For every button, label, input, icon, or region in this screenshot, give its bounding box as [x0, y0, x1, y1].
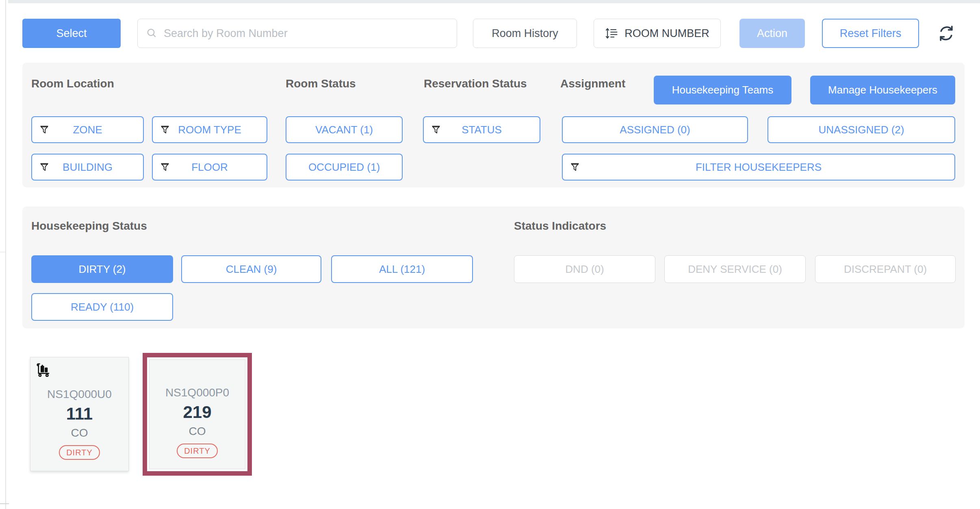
funnel-icon [569, 161, 581, 173]
assigned-filter-label: ASSIGNED (0) [620, 124, 690, 136]
funnel-icon [159, 161, 171, 173]
room-id: NS1Q000P0 [165, 387, 229, 399]
refresh-icon [937, 24, 956, 43]
bottom-frame-tick [0, 503, 9, 504]
assignment-title: Assignment [560, 78, 625, 89]
room-history-button[interactable]: Room History [473, 19, 577, 48]
status-indicators-title: Status Indicators [514, 220, 606, 232]
funnel-icon [430, 124, 442, 135]
room-number: 219 [183, 403, 211, 421]
unassigned-filter-button[interactable]: UNASSIGNED (2) [768, 116, 955, 143]
reservation-status-filter-button[interactable]: STATUS [423, 116, 540, 143]
reservation-code: CO [71, 427, 88, 439]
status-panel: Housekeeping Status Status Indicators DI… [22, 207, 965, 328]
funnel-icon [159, 124, 171, 135]
ready-filter-button[interactable]: READY (110) [31, 293, 173, 321]
housekeeping-status-title: Housekeeping Status [31, 220, 147, 232]
left-frame-line [5, 0, 6, 509]
room-card-219-inner: NS1Q000P0 219 CO DIRTY [149, 359, 245, 469]
filters-panel: Room Location Room Status Reservation St… [22, 63, 965, 187]
occupied-filter-label: OCCUPIED (1) [308, 161, 380, 174]
zone-filter-label: ZONE [73, 124, 102, 136]
vacant-filter-label: VACANT (1) [315, 124, 373, 136]
status-badge: DIRTY [59, 445, 100, 460]
room-type-filter-button[interactable]: ROOM TYPE [152, 116, 267, 143]
floor-filter-button[interactable]: FLOOR [152, 154, 267, 181]
unassigned-filter-label: UNASSIGNED (2) [819, 124, 904, 136]
room-location-title: Room Location [31, 78, 114, 89]
left-frame-tick [0, 252, 5, 252]
room-status-title: Room Status [286, 78, 356, 89]
discrepant-filter-button[interactable]: DISCREPANT (0) [815, 255, 956, 283]
search-icon [146, 27, 158, 39]
refresh-button[interactable] [936, 23, 957, 44]
building-filter-button[interactable]: BUILDING [31, 154, 144, 181]
room-id: NS1Q000U0 [47, 388, 112, 401]
dirty-filter-button[interactable]: DIRTY (2) [31, 255, 173, 283]
funnel-icon [39, 161, 50, 173]
sort-by-button[interactable]: ROOM NUMBER [594, 19, 721, 48]
sort-icon [605, 26, 619, 40]
vacant-filter-button[interactable]: VACANT (1) [286, 116, 403, 143]
top-divider [8, 0, 980, 3]
funnel-icon [39, 124, 50, 135]
deny-service-filter-button[interactable]: DENY SERVICE (0) [664, 255, 806, 283]
room-type-filter-label: ROOM TYPE [178, 124, 241, 136]
dnd-filter-button[interactable]: DND (0) [514, 255, 655, 283]
reservation-status-filter-label: STATUS [462, 124, 502, 136]
reservation-code: CO [189, 425, 206, 438]
search-input[interactable] [164, 27, 449, 40]
action-button[interactable]: Action [739, 19, 805, 48]
status-badge: DIRTY [177, 444, 218, 458]
room-card-111[interactable]: NS1Q000U0 111 CO DIRTY [30, 357, 129, 471]
floor-filter-label: FLOOR [191, 161, 228, 174]
room-card-219-selected[interactable]: NS1Q000P0 219 CO DIRTY [143, 353, 252, 476]
filter-housekeepers-label: FILTER HOUSEKEEPERS [696, 161, 822, 174]
zone-filter-button[interactable]: ZONE [31, 116, 144, 143]
sort-label: ROOM NUMBER [624, 27, 709, 40]
occupied-filter-button[interactable]: OCCUPIED (1) [286, 154, 403, 181]
select-button[interactable]: Select [22, 19, 121, 48]
reset-filters-button[interactable]: Reset Filters [822, 19, 919, 48]
search-box [137, 19, 457, 48]
luggage-cart-icon [35, 361, 52, 380]
filter-housekeepers-button[interactable]: FILTER HOUSEKEEPERS [562, 154, 955, 181]
housekeeping-page: Select Room History ROOM NUMBER Action R… [0, 0, 980, 509]
assigned-filter-button[interactable]: ASSIGNED (0) [562, 116, 748, 143]
all-filter-button[interactable]: ALL (121) [331, 255, 473, 283]
room-number: 111 [66, 405, 93, 423]
reservation-status-title: Reservation Status [424, 78, 527, 89]
manage-housekeepers-button[interactable]: Manage Housekeepers [810, 76, 955, 104]
housekeeping-teams-button[interactable]: Housekeeping Teams [654, 76, 791, 104]
clean-filter-button[interactable]: CLEAN (9) [181, 255, 321, 283]
building-filter-label: BUILDING [63, 161, 113, 174]
